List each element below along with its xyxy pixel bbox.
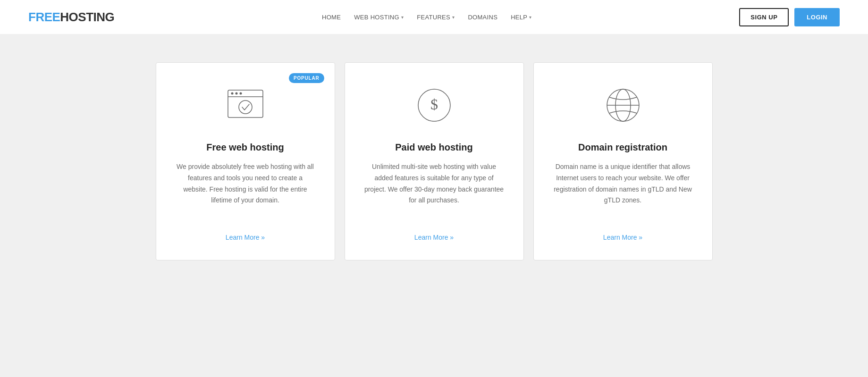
- free-hosting-card: POPULAR Free web hosting We provide abso…: [156, 62, 335, 260]
- learn-more-free[interactable]: Learn More »: [226, 234, 265, 241]
- svg-point-5: [239, 101, 252, 114]
- logo[interactable]: FREEHOSTING: [28, 10, 114, 25]
- browser-check-icon: [222, 82, 269, 129]
- card-title-free: Free web hosting: [206, 142, 284, 153]
- chevron-down-icon: ▾: [529, 15, 531, 20]
- nav-domains[interactable]: DOMAINS: [468, 14, 497, 21]
- svg-text:$: $: [430, 96, 438, 113]
- svg-point-3: [235, 92, 237, 95]
- globe-icon: [599, 82, 647, 129]
- card-desc-paid: Unlimited multi-site web hosting with va…: [364, 161, 505, 220]
- dollar-coin-icon: $: [411, 82, 458, 129]
- learn-more-paid[interactable]: Learn More »: [414, 234, 454, 241]
- nav-features[interactable]: FEATURES ▾: [417, 14, 455, 21]
- header: FREEHOSTING HOME WEB HOSTING ▾ FEATURES …: [0, 0, 868, 34]
- logo-free: FREE: [28, 10, 60, 24]
- nav-help[interactable]: HELP ▾: [511, 14, 531, 21]
- logo-hosting: HOSTING: [60, 10, 114, 24]
- signup-button[interactable]: SIGN UP: [739, 8, 789, 26]
- chevron-down-icon: ▾: [452, 15, 455, 20]
- main-nav: HOME WEB HOSTING ▾ FEATURES ▾ DOMAINS HE…: [322, 14, 532, 21]
- popular-badge: POPULAR: [289, 73, 324, 83]
- svg-point-4: [239, 92, 242, 95]
- nav-web-hosting[interactable]: WEB HOSTING ▾: [354, 14, 404, 21]
- domain-registration-card: Domain registration Domain name is a uni…: [533, 62, 713, 260]
- login-button[interactable]: LOGIN: [794, 8, 840, 26]
- card-desc-domain: Domain name is a unique identifier that …: [553, 161, 693, 220]
- learn-more-domain[interactable]: Learn More »: [603, 234, 642, 241]
- svg-point-2: [231, 92, 233, 95]
- header-actions: SIGN UP LOGIN: [739, 8, 840, 26]
- nav-home[interactable]: HOME: [322, 14, 341, 21]
- card-title-paid: Paid web hosting: [395, 142, 472, 153]
- main-content: POPULAR Free web hosting We provide abso…: [0, 34, 868, 298]
- chevron-down-icon: ▾: [401, 15, 404, 20]
- paid-hosting-card: $ Paid web hosting Unlimited multi-site …: [345, 62, 524, 260]
- card-title-domain: Domain registration: [578, 142, 667, 153]
- cards-container: POPULAR Free web hosting We provide abso…: [156, 62, 713, 260]
- card-desc-free: We provide absolutely free web hosting w…: [175, 161, 316, 220]
